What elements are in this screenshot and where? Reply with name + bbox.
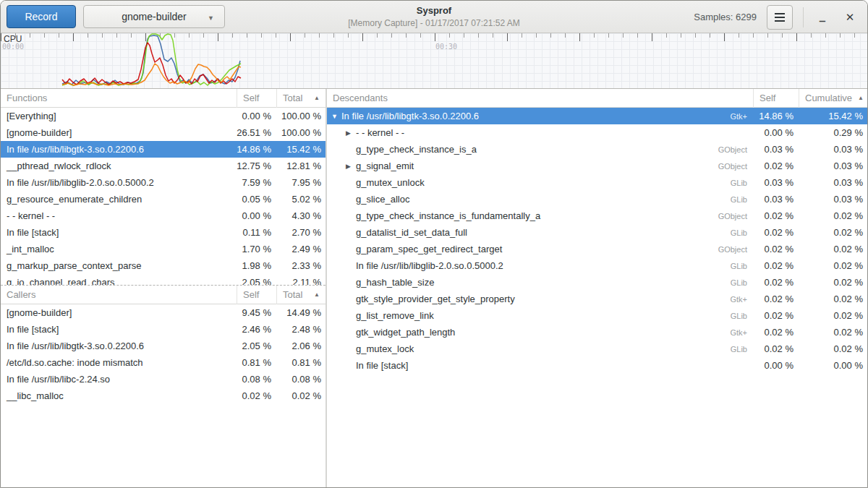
function-row[interactable]: g_resource_enumerate_children0.05 %5.02 …: [1, 191, 326, 207]
cumulative-percent: 0.02 %: [799, 277, 868, 288]
descendant-name: g_param_spec_get_redirect_target: [356, 244, 502, 254]
functions-total-column-header[interactable]: Total ▲: [276, 89, 326, 108]
self-percent: 0.02 %: [753, 327, 799, 338]
descendant-name: g_signal_emit: [356, 160, 414, 171]
function-name: g_markup_parse_context_parse: [1, 260, 237, 271]
library-tag: GObject: [718, 145, 753, 154]
caller-row[interactable]: In file /usr/lib/libgtk-3.so.0.2200.62.0…: [1, 338, 326, 354]
self-percent: 0.02 %: [753, 160, 799, 171]
function-row[interactable]: g_io_channel_read_chars2.05 %2.11 %: [1, 274, 326, 285]
function-row[interactable]: __pthread_rwlock_rdlock12.75 %12.81 %: [1, 158, 326, 174]
caller-row[interactable]: In file [stack]2.46 %2.48 %: [1, 321, 326, 338]
expander-icon[interactable]: ▶: [346, 163, 356, 170]
function-row[interactable]: g_markup_parse_context_parse1.98 %2.33 %: [1, 257, 326, 274]
self-percent: 0.02 %: [237, 390, 276, 401]
self-percent: 0.81 %: [237, 357, 276, 368]
descendant-name-cell: In file /usr/lib/libglib-2.0.so.0.5000.2…: [327, 260, 753, 271]
cpu-usage-graph[interactable]: CPU 00:00 00:30: [1, 33, 868, 89]
descendants-table-header: Descendants Self Cumulative ▲: [327, 89, 868, 108]
function-name: In file /usr/lib/libglib-2.0.so.0.5000.2: [1, 177, 237, 188]
self-percent: 0.00 %: [237, 111, 276, 121]
hamburger-menu-button[interactable]: [767, 5, 793, 30]
descendants-column-header[interactable]: Descendants: [327, 89, 753, 108]
cumulative-percent: 0.02 %: [799, 294, 868, 304]
self-percent: 0.02 %: [753, 227, 799, 238]
descendant-row[interactable]: g_hash_table_sizeGLib0.02 %0.02 %: [327, 274, 868, 291]
functions-column-header[interactable]: Functions: [1, 89, 237, 108]
process-selector-dropdown[interactable]: gnome-builder ▼: [83, 5, 225, 28]
descendant-name: - - kernel - -: [356, 127, 404, 138]
descendant-row[interactable]: g_mutex_unlockGLib0.03 %0.03 %: [327, 174, 868, 191]
descendant-row[interactable]: In file [stack]0.00 %0.00 %: [327, 357, 868, 374]
descendant-row[interactable]: g_type_check_instance_is_fundamentally_a…: [327, 207, 868, 224]
function-row[interactable]: [Everything]0.00 %100.00 %: [1, 108, 326, 124]
descendant-row[interactable]: ▼In file /usr/lib/libgtk-3.so.0.2200.6Gt…: [327, 108, 868, 124]
function-row[interactable]: In file /usr/lib/libglib-2.0.so.0.5000.2…: [1, 174, 326, 191]
caller-row[interactable]: /etc/ld.so.cache: inode mismatch0.81 %0.…: [1, 354, 326, 371]
self-percent: 0.00 %: [237, 210, 276, 221]
descendant-row[interactable]: g_slice_allocGLib0.03 %0.03 %: [327, 191, 868, 207]
functions-rows: [Everything]0.00 %100.00 %[gnome-builder…: [1, 108, 326, 285]
function-row[interactable]: [gnome-builder]26.51 %100.00 %: [1, 124, 326, 141]
descendant-row[interactable]: g_param_spec_get_redirect_targetGObject0…: [327, 241, 868, 257]
descendants-rows: ▼In file /usr/lib/libgtk-3.so.0.2200.6Gt…: [327, 108, 868, 374]
descendant-name: g_list_remove_link: [356, 310, 434, 321]
total-percent: 0.81 %: [276, 357, 326, 368]
library-tag: GLib: [731, 179, 753, 187]
caller-row[interactable]: In file /usr/lib/libc-2.24.so0.08 %0.08 …: [1, 371, 326, 388]
cumulative-percent: 0.00 %: [799, 360, 868, 371]
titlebar-right-controls: Samples: 6299 ‒ ✕: [694, 1, 859, 33]
self-percent: 0.02 %: [753, 210, 799, 221]
library-tag: Gtk+: [730, 328, 753, 337]
self-percent: 14.86 %: [753, 111, 799, 121]
callers-total-column-header[interactable]: Total ▲: [276, 286, 326, 304]
minimize-button[interactable]: ‒: [814, 9, 831, 26]
total-percent: 2.70 %: [276, 227, 326, 238]
descendant-name-cell: ▶g_signal_emitGObject: [327, 160, 753, 171]
descendant-row[interactable]: ▶g_signal_emitGObject0.02 %0.03 %: [327, 158, 868, 174]
caller-row[interactable]: __libc_malloc0.02 %0.02 %: [1, 388, 326, 404]
descendant-name-cell: g_mutex_unlockGLib: [327, 177, 753, 188]
function-row[interactable]: _int_malloc1.70 %2.49 %: [1, 241, 326, 257]
total-percent: 0.02 %: [276, 390, 326, 401]
cumulative-percent: 0.02 %: [799, 260, 868, 271]
self-percent: 0.08 %: [237, 374, 276, 385]
callers-table: Callers Self Total ▲ [gnome-builder]9.45…: [1, 286, 326, 404]
function-name: In file /usr/lib/libc-2.24.so: [1, 374, 237, 385]
descendant-name: In file /usr/lib/libglib-2.0.so.0.5000.2: [356, 260, 503, 271]
descendant-row[interactable]: g_datalist_id_set_data_fullGLib0.02 %0.0…: [327, 224, 868, 241]
descendant-row[interactable]: g_list_remove_linkGLib0.02 %0.02 %: [327, 307, 868, 324]
expander-icon[interactable]: ▼: [331, 113, 341, 120]
callers-self-column-header[interactable]: Self: [237, 286, 276, 304]
descendant-row[interactable]: g_type_check_instance_is_aGObject0.03 %0…: [327, 141, 868, 158]
function-row[interactable]: - - kernel - -0.00 %4.30 %: [1, 207, 326, 224]
descendant-row[interactable]: ▶- - kernel - -0.00 %0.29 %: [327, 124, 868, 141]
time-label-mid: 00:30: [435, 43, 457, 51]
self-percent: 0.02 %: [753, 310, 799, 321]
function-name: In file [stack]: [1, 227, 237, 238]
functions-self-column-header[interactable]: Self: [237, 89, 276, 108]
function-name: [gnome-builder]: [1, 307, 237, 318]
hamburger-icon: [775, 17, 785, 18]
function-row[interactable]: In file /usr/lib/libgtk-3.so.0.2200.614.…: [1, 141, 326, 158]
function-name: - - kernel - -: [1, 210, 237, 221]
cumulative-percent: 0.02 %: [799, 227, 868, 238]
titlebar-separator: [803, 7, 804, 27]
descendants-self-column-header[interactable]: Self: [753, 89, 799, 108]
descendant-row[interactable]: gtk_widget_path_lengthGtk+0.02 %0.02 %: [327, 324, 868, 341]
descendant-name: gtk_style_provider_get_style_property: [356, 294, 515, 304]
descendant-row[interactable]: In file /usr/lib/libglib-2.0.so.0.5000.2…: [327, 257, 868, 274]
record-button[interactable]: Record: [7, 5, 76, 28]
descendants-cumulative-column-header[interactable]: Cumulative ▲: [799, 89, 868, 108]
descendant-row[interactable]: gtk_style_provider_get_style_propertyGtk…: [327, 291, 868, 307]
expander-icon[interactable]: ▶: [346, 129, 356, 137]
callers-column-header[interactable]: Callers: [1, 286, 237, 304]
descendant-row[interactable]: g_mutex_lockGLib0.02 %0.02 %: [327, 341, 868, 357]
caller-row[interactable]: [gnome-builder]9.45 %14.49 %: [1, 304, 326, 321]
library-tag: GLib: [731, 195, 753, 204]
total-percent: 14.49 %: [276, 307, 326, 318]
chevron-down-icon: ▼: [208, 14, 214, 22]
close-button[interactable]: ✕: [841, 9, 859, 26]
function-row[interactable]: In file [stack]0.11 %2.70 %: [1, 224, 326, 241]
function-name: [gnome-builder]: [1, 127, 237, 138]
